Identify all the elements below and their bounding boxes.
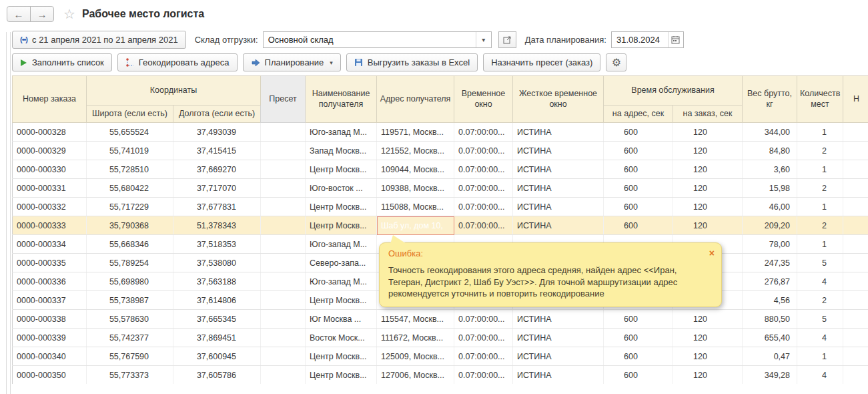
cell-preset[interactable]	[261, 235, 306, 254]
cell-order-number[interactable]: 0000-000333	[13, 216, 87, 235]
cell-weight[interactable]: 84,80	[743, 142, 797, 160]
cell-latitude[interactable]: 55,738987	[87, 291, 173, 310]
cell-extra[interactable]	[843, 142, 868, 160]
cell-weight[interactable]: 344,00	[743, 123, 797, 142]
col-gross-weight[interactable]: Вес брутто, кг	[743, 76, 797, 123]
cell-preset[interactable]	[261, 272, 306, 291]
cell-recipient-name[interactable]: Юго-запад М...	[306, 235, 377, 254]
cell-service-order[interactable]: 120	[673, 347, 743, 366]
cell-order-number[interactable]: 0000-000329	[13, 142, 87, 160]
warehouse-value[interactable]: Основной склад	[264, 32, 476, 47]
cell-extra[interactable]	[843, 123, 868, 142]
cell-weight[interactable]: 655,40	[743, 329, 797, 347]
cell-recipient-name[interactable]: Центр Москв...	[306, 198, 377, 216]
cell-recipient-address[interactable]: 121552, Москв...	[377, 142, 454, 160]
cell-places[interactable]: 5	[797, 310, 843, 329]
cell-latitude[interactable]: 55,680422	[87, 179, 173, 198]
fill-list-button[interactable]: Заполнить список	[12, 53, 112, 71]
cell-latitude[interactable]: 55,789254	[87, 254, 173, 272]
cell-longitude[interactable]: 37,614806	[173, 291, 261, 310]
cell-service-address[interactable]: 600	[604, 198, 673, 216]
cell-weight[interactable]: 276,87	[743, 272, 797, 291]
cell-hard-window[interactable]: ИСТИНА	[513, 347, 604, 366]
cell-preset[interactable]	[261, 142, 306, 160]
cell-longitude[interactable]: 37,677831	[173, 198, 261, 216]
cell-service-order[interactable]: 120	[673, 366, 743, 385]
cell-recipient-name[interactable]: Юг Москва ...	[306, 310, 377, 329]
settings-button[interactable]: ⚙	[606, 53, 626, 71]
cell-order-number[interactable]: 0000-000338	[13, 310, 87, 329]
cell-weight[interactable]: 247,35	[743, 254, 797, 272]
forward-button[interactable]: →	[30, 6, 54, 22]
cell-order-number[interactable]: 0000-000340	[13, 347, 87, 366]
cell-service-order[interactable]: 120	[673, 216, 743, 235]
cell-time-window[interactable]: 0.07:00:00...	[454, 142, 513, 160]
cell-extra[interactable]	[843, 366, 868, 385]
col-coordinates[interactable]: Координаты	[87, 76, 261, 106]
cell-extra[interactable]	[843, 291, 868, 310]
cell-latitude[interactable]: 55,773373	[87, 366, 173, 385]
cell-latitude[interactable]: 55,728510	[87, 160, 173, 179]
cell-recipient-address[interactable]: 127006, Москв...	[377, 366, 454, 385]
cell-weight[interactable]: 46,00	[743, 198, 797, 216]
table-row[interactable]: 0000-00033335,79036851,378343Центр Москв…	[13, 216, 868, 235]
cell-places[interactable]: 4	[797, 329, 843, 347]
cell-service-address[interactable]: 600	[604, 179, 673, 198]
cell-order-number[interactable]: 0000-000337	[13, 291, 87, 310]
cell-time-window[interactable]: 0.07:00:00...	[454, 123, 513, 142]
cell-service-address[interactable]: 600	[604, 160, 673, 179]
close-icon[interactable]: ×	[709, 248, 715, 258]
cell-places[interactable]: 1	[797, 347, 843, 366]
col-recipient-address[interactable]: Адрес получателя	[377, 76, 454, 123]
cell-hard-window[interactable]: ИСТИНА	[513, 329, 604, 347]
cell-preset[interactable]	[261, 160, 306, 179]
cell-recipient-name[interactable]: Юго-запад М...	[306, 123, 377, 142]
cell-service-order[interactable]: 120	[673, 160, 743, 179]
table-row[interactable]: 0000-00033055,72851037,669270Центр Москв…	[13, 160, 868, 179]
cell-longitude[interactable]: 37,669270	[173, 160, 261, 179]
cell-weight[interactable]: 4,56	[743, 291, 797, 310]
cell-recipient-name[interactable]: Юго-восток ...	[306, 179, 377, 198]
cell-longitude[interactable]: 37,717070	[173, 179, 261, 198]
cell-hard-window[interactable]: ИСТИНА	[513, 123, 604, 142]
cell-extra[interactable]	[843, 254, 868, 272]
col-longitude[interactable]: Долгота (если есть)	[173, 106, 261, 123]
cell-hard-window[interactable]: ИСТИНА	[513, 160, 604, 179]
cell-time-window[interactable]: 0.07:00:00...	[454, 329, 513, 347]
cell-preset[interactable]	[261, 291, 306, 310]
col-hard-time-window[interactable]: Жесткое временное окно	[513, 76, 604, 123]
cell-places[interactable]: 1	[797, 123, 843, 142]
assign-preset-button[interactable]: Назначить пресет (заказ)	[483, 53, 600, 71]
cell-latitude[interactable]: 35,790368	[87, 216, 173, 235]
cell-weight[interactable]: 3,60	[743, 160, 797, 179]
cell-latitude[interactable]: 55,741019	[87, 142, 173, 160]
cell-service-address[interactable]: 600	[604, 347, 673, 366]
cell-service-order[interactable]: 120	[673, 310, 743, 329]
cell-service-address[interactable]: 600	[604, 366, 673, 385]
cell-latitude[interactable]: 55,578630	[87, 310, 173, 329]
cell-weight[interactable]: 15,98	[743, 179, 797, 198]
cell-recipient-address[interactable]: 111672, Москв...	[377, 329, 454, 347]
cell-preset[interactable]	[261, 347, 306, 366]
cell-extra[interactable]	[843, 198, 868, 216]
cell-recipient-name[interactable]: Центр Москв...	[306, 347, 377, 366]
cell-recipient-address[interactable]: 109388, Москв...	[377, 179, 454, 198]
cell-time-window[interactable]: 0.07:00:00...	[454, 216, 513, 235]
cell-latitude[interactable]: 55,698980	[87, 272, 173, 291]
cell-order-number[interactable]: 0000-000331	[13, 179, 87, 198]
planning-date-value[interactable]: 31.08.2024	[612, 32, 668, 47]
col-order-number[interactable]: Номер заказа	[13, 76, 87, 123]
table-row[interactable]: 0000-00032855,65552437,493039Юго-запад М…	[13, 123, 868, 142]
cell-places[interactable]: 1	[797, 160, 843, 179]
col-clipped[interactable]: Н	[843, 76, 868, 123]
cell-hard-window[interactable]: ИСТИНА	[513, 366, 604, 385]
export-excel-button[interactable]: Выгрузить заказы в Excel	[346, 53, 478, 71]
calendar-icon[interactable]	[669, 32, 683, 47]
cell-longitude[interactable]: 37,665345	[173, 310, 261, 329]
cell-time-window[interactable]: 0.07:00:00...	[454, 347, 513, 366]
cell-preset[interactable]	[261, 254, 306, 272]
cell-recipient-address[interactable]: 109044, Москв...	[377, 160, 454, 179]
cell-places[interactable]: 5	[797, 254, 843, 272]
cell-extra[interactable]	[843, 310, 868, 329]
cell-recipient-address[interactable]: 115547, Москв...	[377, 310, 454, 329]
